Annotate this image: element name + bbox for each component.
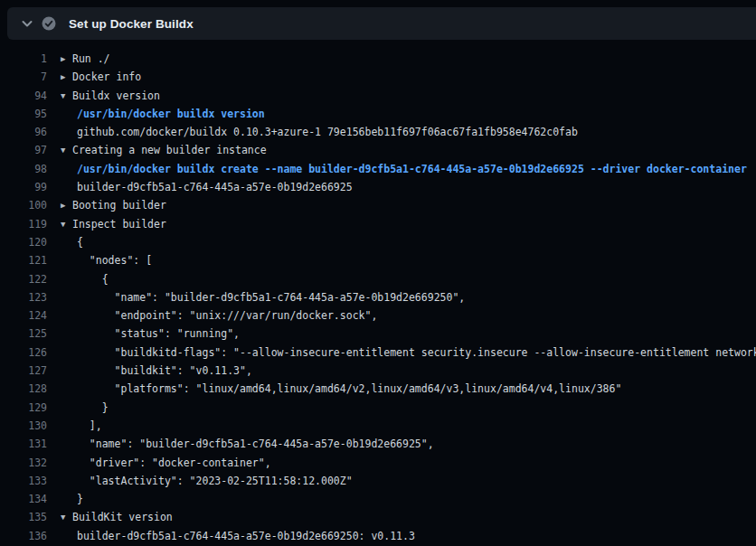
log-line: 136 builder-d9cfb5a1-c764-445a-a57e-0b19… [0,527,756,545]
log-line: 124 "endpoint": "unix:///var/run/docker.… [0,306,756,325]
log-line: 133 "lastActivity": "2023-02-25T11:58:12… [0,472,756,490]
log-text: "buildkit": "v0.11.3", [77,362,252,380]
line-number[interactable]: 125 [0,325,47,343]
log-line: 119 ▼ Inspect builder [0,215,756,233]
step-title: Set up Docker Buildx [69,17,194,31]
check-circle-icon [42,16,56,31]
group-toggle-icon[interactable]: ▶ [61,196,72,214]
log-text: Buildx version [72,87,160,105]
line-number[interactable]: 100 [0,196,47,214]
group-toggle-icon[interactable]: ▼ [61,141,72,159]
group-toggle-icon[interactable]: ▼ [61,87,72,105]
log-line: 134 } [0,490,756,508]
log-line: 130 ], [0,417,756,435]
log-text: Booting builder [72,196,166,214]
log-container: 1 ▶ Run ./ 7 ▶ Docker info 94 ▼ Buildx v… [0,50,756,545]
log-line: 99 builder-d9cfb5a1-c764-445a-a57e-0b19d… [0,178,756,196]
log-line: 131 "name": "builder-d9cfb5a1-c764-445a-… [0,435,756,453]
line-number[interactable]: 129 [0,399,47,417]
log-line: 100 ▶ Booting builder [0,196,756,214]
group-toggle-icon[interactable]: ▶ [61,50,72,68]
log-viewer: Set up Docker Buildx 1 ▶ Run ./ 7 ▶ Dock… [0,0,756,546]
log-text: Creating a new builder instance [72,141,267,159]
log-text: /usr/bin/docker buildx version [77,105,265,123]
log-text: Inspect builder [72,215,166,233]
line-number[interactable]: 126 [0,344,47,362]
step-header[interactable]: Set up Docker Buildx [7,7,756,40]
log-text: "driver": "docker-container", [77,454,271,472]
log-text: "buildkitd-flags": "--allow-insecure-ent… [77,344,756,362]
log-line: 125 "status": "running", [0,325,756,343]
line-number[interactable]: 127 [0,362,47,380]
line-number[interactable]: 133 [0,472,47,490]
group-toggle-icon[interactable]: ▼ [61,215,72,233]
log-text: "nodes": [ [77,251,152,269]
log-line: 1 ▶ Run ./ [0,50,756,68]
line-number[interactable]: 135 [0,508,47,526]
line-number[interactable]: 1 [0,50,47,68]
log-text: builder-d9cfb5a1-c764-445a-a57e-0b19d2e6… [77,527,415,545]
line-number[interactable]: 94 [0,87,47,105]
log-line: 96 github.com/docker/buildx 0.10.3+azure… [0,123,756,141]
log-text: BuildKit version [72,508,173,526]
log-line: 120 { [0,233,756,251]
line-number[interactable]: 119 [0,215,47,233]
log-line: 94 ▼ Buildx version [0,87,756,105]
line-number[interactable]: 136 [0,527,47,545]
log-line: 95 /usr/bin/docker buildx version [0,105,756,123]
log-line: 121 "nodes": [ [0,251,756,269]
log-line: 98 /usr/bin/docker buildx create --name … [0,160,756,178]
log-text: "endpoint": "unix:///var/run/docker.sock… [77,306,377,325]
log-text: } [77,399,109,417]
line-number[interactable]: 98 [0,160,47,178]
group-toggle-icon[interactable]: ▶ [61,68,72,86]
log-line: 128 "platforms": "linux/amd64,linux/amd6… [0,380,756,398]
log-text: { [77,233,83,251]
log-text: ], [77,417,102,435]
log-text: Run ./ [72,50,110,68]
log-line: 127 "buildkit": "v0.11.3", [0,362,756,380]
chevron-down-icon[interactable] [20,16,34,31]
log-text: Docker info [72,68,141,86]
log-text: "name": "builder-d9cfb5a1-c764-445a-a57e… [77,435,434,453]
line-number[interactable]: 7 [0,68,47,86]
log-text: { [77,270,109,288]
line-number[interactable]: 96 [0,123,47,141]
line-number[interactable]: 97 [0,141,47,159]
log-line: 7 ▶ Docker info [0,68,756,86]
line-number[interactable]: 121 [0,251,47,269]
line-number[interactable]: 120 [0,233,47,251]
line-number[interactable]: 122 [0,270,47,288]
line-number[interactable]: 99 [0,178,47,196]
line-number[interactable]: 132 [0,454,47,472]
log-text: "name": "builder-d9cfb5a1-c764-445a-a57e… [77,288,465,306]
log-text: "platforms": "linux/amd64,linux/amd64/v2… [77,380,621,398]
log-text: builder-d9cfb5a1-c764-445a-a57e-0b19d2e6… [77,178,353,196]
group-toggle-icon[interactable]: ▼ [61,508,72,526]
log-line: 126 "buildkitd-flags": "--allow-insecure… [0,344,756,362]
log-text: } [77,490,83,508]
log-line: 135 ▼ BuildKit version [0,508,756,526]
log-line: 123 "name": "builder-d9cfb5a1-c764-445a-… [0,288,756,306]
log-text: "status": "running", [77,325,240,343]
line-number[interactable]: 95 [0,105,47,123]
line-number[interactable]: 134 [0,490,47,508]
line-number[interactable]: 123 [0,288,47,306]
log-line: 132 "driver": "docker-container", [0,454,756,472]
log-text: "lastActivity": "2023-02-25T11:58:12.000… [77,472,353,490]
line-number[interactable]: 131 [0,435,47,453]
log-line: 129 } [0,399,756,417]
log-text: /usr/bin/docker buildx create --name bui… [77,160,747,178]
line-number[interactable]: 128 [0,380,47,398]
line-number[interactable]: 130 [0,417,47,435]
line-number[interactable]: 124 [0,306,47,325]
log-text: github.com/docker/buildx 0.10.3+azure-1 … [77,123,578,141]
log-line: 122 { [0,270,756,288]
log-line: 97 ▼ Creating a new builder instance [0,141,756,159]
